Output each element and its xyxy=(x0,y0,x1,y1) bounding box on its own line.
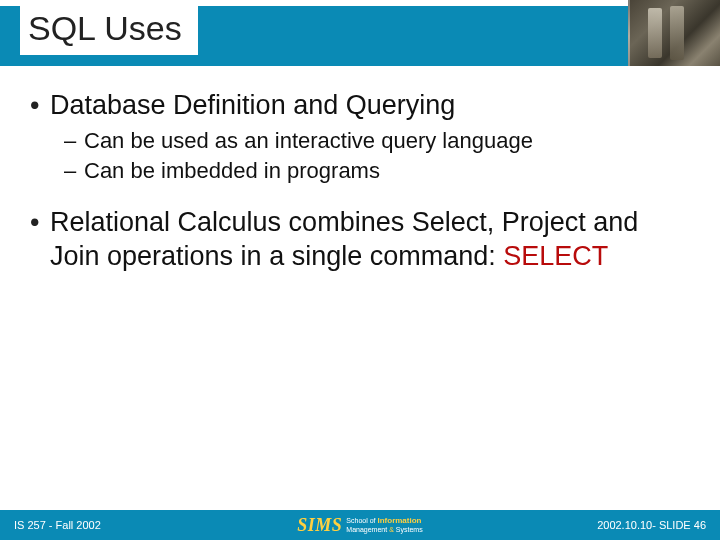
title-bar: SQL Uses xyxy=(0,0,720,66)
footer-left: IS 257 - Fall 2002 xyxy=(14,519,101,531)
sims-schoolof: School of xyxy=(346,517,375,524)
title-wrap: SQL Uses xyxy=(0,0,720,66)
sims-line2: Management & Systems xyxy=(346,526,422,533)
sims-information: Information xyxy=(377,516,421,525)
sims-line1: School of Information xyxy=(346,517,422,525)
header-photo xyxy=(628,0,720,66)
bullet-level2: Can be used as an interactive query lang… xyxy=(26,127,694,155)
bullet-level2: Can be imbedded in programs xyxy=(26,157,694,185)
slide: SQL Uses Database Definition and Queryin… xyxy=(0,0,720,540)
footer-bar: IS 257 - Fall 2002 SIMS School of Inform… xyxy=(0,510,720,540)
keyword-select: SELECT xyxy=(503,241,608,271)
footer-right: 2002.10.10- SLIDE 46 xyxy=(597,519,706,531)
sims-amp: & xyxy=(389,526,394,533)
sims-subtext: School of Information Management & Syste… xyxy=(346,517,422,533)
sims-logo-text: SIMS xyxy=(297,515,342,536)
sims-management: Management xyxy=(346,526,387,533)
bullet-level1: Relational Calculus combines Select, Pro… xyxy=(26,205,694,274)
bullet-level1: Database Definition and Querying xyxy=(26,88,694,123)
sims-systems: Systems xyxy=(396,526,423,533)
slide-title: SQL Uses xyxy=(20,6,198,55)
spacer xyxy=(26,187,694,205)
footer-center-logo: SIMS School of Information Management & … xyxy=(297,515,422,536)
slide-body: Database Definition and Querying Can be … xyxy=(0,66,720,540)
